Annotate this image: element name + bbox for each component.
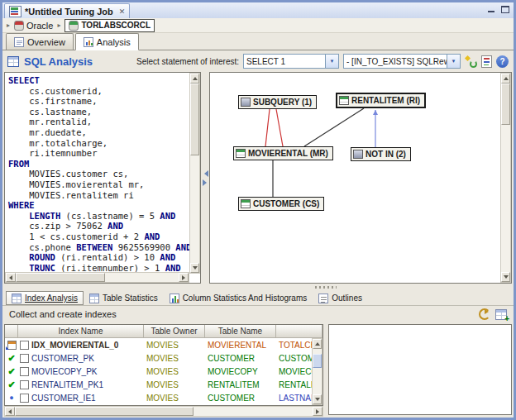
diagram-vertical-scrollbar[interactable] — [500, 73, 511, 283]
diagram-node-movierental[interactable]: MOVIERENTAL (MR) — [233, 146, 333, 160]
index-name-cell: RENTALITEM_PK1 — [18, 380, 144, 389]
breadcrumb-item-connection[interactable]: TORLABSCORCL — [64, 19, 155, 32]
index-detail-panel — [328, 324, 512, 415]
collect-refresh-icon[interactable] — [479, 308, 490, 320]
tuning-job-icon — [9, 6, 22, 17]
table-name-cell: CUSTOMER — [205, 394, 276, 403]
report-icon[interactable] — [481, 55, 492, 68]
bottom-tab-outlines[interactable]: Outlines — [313, 291, 368, 305]
panel-splitter[interactable] — [201, 72, 209, 284]
bottom-tab-table-statistics[interactable]: Table Statistics — [84, 291, 164, 305]
index-name: MOVIECOPY_PK — [31, 367, 97, 376]
chevron-right-icon: ▸ — [57, 21, 60, 29]
rerun-analysis-icon[interactable] — [465, 55, 477, 68]
diagram-node-customer[interactable]: CUSTOMER (CS) — [238, 197, 324, 211]
scroll-thumb[interactable] — [313, 354, 322, 369]
scroll-button[interactable] — [501, 272, 510, 282]
scroll-button[interactable] — [6, 273, 16, 282]
scroll-thumb[interactable] — [190, 84, 199, 155]
column-header-columns[interactable] — [276, 325, 322, 338]
scroll-button[interactable] — [190, 74, 199, 84]
row-status-cell: ✔ — [5, 379, 18, 389]
arrow-up-icon — [193, 74, 198, 80]
sql-line: mr.duedate, — [8, 127, 189, 138]
index-checkbox[interactable] — [20, 341, 29, 350]
column-name-cell: LASTNAME — [276, 394, 312, 403]
scroll-button[interactable] — [179, 273, 189, 282]
arrow-down-icon — [504, 275, 509, 281]
scroll-track[interactable] — [313, 349, 322, 394]
scroll-button[interactable] — [5, 407, 15, 416]
sql-line: cs.firstname, — [8, 96, 189, 107]
sql-code[interactable]: SELECT cs.customerid, cs.firstname, cs.l… — [5, 73, 189, 272]
diagram-node-notin[interactable]: NOT IN (2) — [351, 147, 411, 161]
diagram-node-subquery[interactable]: SUBQUERY (1) — [238, 95, 317, 109]
minimize-icon[interactable] — [486, 5, 496, 14]
collapse-left-icon[interactable] — [201, 170, 208, 177]
sql-editor-panel: SELECT cs.customerid, cs.firstname, cs.l… — [4, 72, 201, 284]
help-icon[interactable]: ? — [496, 55, 509, 68]
scroll-button[interactable] — [313, 407, 322, 416]
scroll-track[interactable] — [15, 407, 313, 416]
scroll-track[interactable] — [190, 84, 199, 263]
tab-overview[interactable]: Overview — [6, 33, 74, 50]
scroll-track[interactable] — [501, 84, 510, 272]
chevron-down-icon[interactable]: ▼ — [447, 55, 460, 68]
table-owner-cell: MOVIES — [144, 354, 205, 363]
sql-vertical-scrollbar[interactable] — [189, 73, 200, 274]
breadcrumb-item-oracle[interactable]: Oracle — [14, 21, 53, 31]
sql-line: mr.rentalid, — [8, 117, 189, 127]
column-header[interactable]: Index Name — [18, 325, 144, 338]
index-name-cell: CUSTOMER_PK — [18, 354, 144, 363]
bottom-tab-index-analysis[interactable]: Index Analysis — [6, 291, 84, 305]
column-header[interactable]: Table Owner — [144, 325, 205, 338]
scroll-button[interactable] — [313, 394, 322, 404]
row-status-cell: ✔ — [5, 366, 18, 376]
statement-select-value: SELECT 1 — [244, 57, 325, 66]
scroll-thumb[interactable] — [16, 273, 105, 282]
scroll-button[interactable] — [501, 74, 510, 84]
check-icon: ✔ — [7, 353, 15, 363]
table-icon — [89, 294, 99, 303]
window-buttons — [486, 5, 510, 14]
scroll-track[interactable] — [16, 273, 179, 282]
horizontal-sash[interactable] — [2, 284, 514, 291]
scroll-thumb[interactable] — [15, 407, 194, 416]
sash-grip[interactable] — [315, 286, 337, 289]
editor-tab[interactable]: *Untitled Tuning Job ✕ — [4, 3, 130, 18]
table-row[interactable]: ✔RENTALITEM_PK1MOVIESRENTALITEMRENTALID — [5, 378, 312, 391]
index-checkbox[interactable] — [20, 380, 29, 389]
scroll-thumb[interactable] — [501, 84, 510, 125]
index-checkbox[interactable] — [20, 354, 29, 363]
table-row[interactable]: IDX_MOVIERENTAL_0MOVIESMOVIERENTALTOTALC… — [5, 338, 312, 351]
table-row[interactable]: ✔CUSTOMER_PKMOVIESCUSTOMERCUSTOME — [5, 351, 312, 365]
analysis-icon — [84, 37, 93, 47]
sql-line: mr.totalcharge, — [8, 138, 189, 149]
index-name: IDX_MOVIERENTAL_0 — [31, 341, 118, 350]
node-label: NOT IN (2) — [366, 150, 406, 159]
add-index-icon[interactable] — [495, 309, 507, 320]
index-checkbox[interactable] — [20, 394, 29, 403]
chevron-right-icon[interactable]: ▸ — [7, 21, 10, 29]
header-controls: Select statement of interest: SELECT 1 ▼… — [136, 54, 509, 69]
diagram-nodes: SUBQUERY (1)RENTALITEM (RI)MOVIERENTAL (… — [210, 73, 511, 283]
index-horizontal-scrollbar[interactable] — [4, 406, 323, 417]
arrow-left-icon — [6, 409, 12, 414]
table-row[interactable]: ✔MOVIECOPY_PKMOVIESMOVIECOPYMOVIECO — [5, 365, 312, 378]
table-row[interactable]: ●CUSTOMER_IE1MOVIESCUSTOMERLASTNAME — [5, 391, 312, 404]
close-tab-icon[interactable]: ✕ — [119, 7, 126, 16]
scroll-button[interactable] — [190, 263, 199, 273]
statement-select[interactable]: SELECT 1 ▼ — [243, 54, 339, 69]
chevron-down-icon[interactable]: ▼ — [325, 55, 338, 68]
bottom-tab-column-statistics-and-histograms[interactable]: Column Statistics And Histograms — [164, 291, 313, 305]
diagram-node-rentalitem[interactable]: RENTALITEM (RI) — [336, 93, 426, 108]
sql-horizontal-scrollbar[interactable] — [5, 272, 189, 283]
rewrite-select[interactable]: - [IN_TO_EXISTS] SQLRewrite ▼ — [343, 54, 461, 69]
maximize-icon[interactable] — [500, 5, 510, 14]
index-vertical-scrollbar[interactable] — [312, 338, 322, 405]
scroll-button[interactable] — [313, 339, 322, 349]
arrow-down-icon — [193, 266, 198, 272]
index-checkbox[interactable] — [20, 367, 29, 376]
column-header[interactable]: Table Name — [205, 325, 276, 338]
tab-analysis[interactable]: Analysis — [75, 33, 139, 50]
